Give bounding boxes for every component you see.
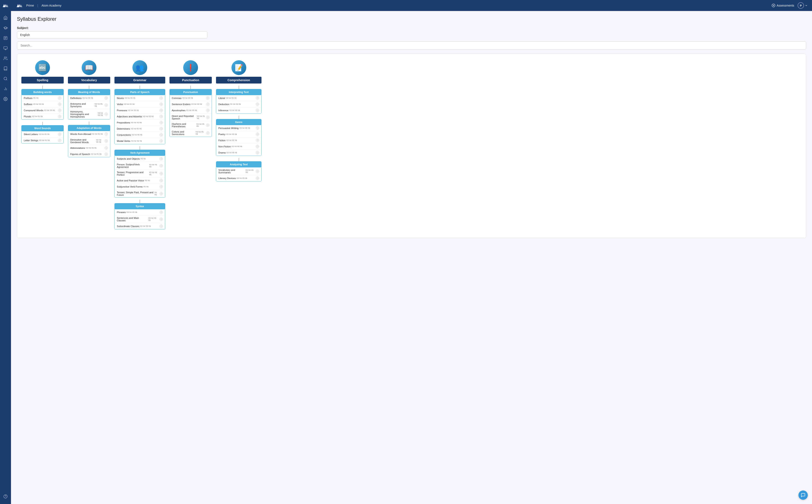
list-item[interactable]: PoetryY3 Y4 Y5 Y6ⓘ <box>216 131 261 137</box>
info-icon[interactable]: ⓘ <box>159 185 163 188</box>
chat-bubble[interactable] <box>798 490 808 500</box>
info-icon[interactable]: ⓘ <box>104 146 108 150</box>
list-item[interactable]: Antonyms and SynonymsY3 Y4 Y5 Y6ⓘ <box>68 101 110 109</box>
vocabulary-title[interactable]: Vocabulary <box>68 77 110 84</box>
info-icon[interactable]: ⓘ <box>104 152 108 156</box>
info-icon[interactable]: ⓘ <box>159 172 163 175</box>
section-header-punctuation-0[interactable]: Punctuation <box>170 89 212 95</box>
info-icon[interactable]: ⓘ <box>104 112 108 116</box>
info-icon[interactable]: ⓘ <box>256 133 259 136</box>
list-item[interactable]: Words from AbroadY3 Y4 Y5 Y6ⓘ <box>68 131 110 137</box>
info-icon[interactable]: ⓘ <box>256 151 259 154</box>
list-item[interactable]: LiteralY3 Y4 Y5 Y6ⓘ <box>216 95 261 101</box>
info-icon[interactable]: ⓘ <box>159 225 163 228</box>
list-item[interactable]: PrefixesY5 Y6ⓘ <box>22 95 63 101</box>
list-item[interactable]: PronounsY3 Y4 Y5 Y6ⓘ <box>115 107 165 113</box>
section-header-grammar-2[interactable]: Syntax <box>115 203 165 209</box>
section-header-grammar-1[interactable]: Verb Agreement <box>115 150 165 156</box>
list-item[interactable]: Colons and SemicolonsY3 Y4 Y5 Y6ⓘ <box>170 129 212 137</box>
subject-select[interactable]: English Maths Science <box>17 31 208 38</box>
list-item[interactable]: PluralsY3 Y4 Y5 Y6ⓘ <box>22 113 63 119</box>
info-icon[interactable]: ⓘ <box>256 139 259 142</box>
info-icon[interactable]: ⓘ <box>58 96 61 100</box>
list-item[interactable]: Silent LettersY3 Y4 Y5 Y6ⓘ <box>22 131 63 137</box>
list-item[interactable]: Vocabulary and SummariesY3 Y4 Y5 Y6ⓘ <box>216 167 261 175</box>
list-item[interactable]: Diminutive and Gendered WordsY3 Y4 Y5 Y6… <box>68 137 110 145</box>
info-icon[interactable]: ⓘ <box>159 121 163 124</box>
info-icon[interactable]: ⓘ <box>206 116 210 119</box>
info-icon[interactable]: ⓘ <box>256 177 259 180</box>
section-header-comprehension-2[interactable]: Analysing Text <box>216 162 261 167</box>
info-icon[interactable]: ⓘ <box>159 109 163 112</box>
info-icon[interactable]: ⓘ <box>58 133 61 136</box>
list-item[interactable]: Subjects and ObjectsY5 Y6ⓘ <box>115 156 165 162</box>
comprehension-title[interactable]: Comprehension <box>216 77 262 84</box>
list-item[interactable]: VerbsY3 Y4 Y5 Y6ⓘ <box>115 101 165 107</box>
list-item[interactable]: Subordinate ClausesY3 Y4 Y5 Y6ⓘ <box>115 223 165 229</box>
info-icon[interactable]: ⓘ <box>159 179 163 182</box>
info-icon[interactable]: ⓘ <box>206 123 210 127</box>
sidebar-item-home[interactable] <box>0 13 11 22</box>
list-item[interactable]: AbbreviationsY3 Y4 Y5 Y6ⓘ <box>68 145 110 151</box>
list-item[interactable]: Literary DevicesY3 Y4 Y5 Y6ⓘ <box>216 175 261 181</box>
info-icon[interactable]: ⓘ <box>256 109 259 112</box>
info-icon[interactable]: ⓘ <box>256 96 259 100</box>
list-item[interactable]: PhrasesY3 Y4 Y5 Y6ⓘ <box>115 209 165 215</box>
assessments-button[interactable]: Assessments <box>772 4 794 7</box>
sidebar-item-analytics[interactable] <box>0 84 11 93</box>
list-item[interactable]: Tenses: Progressive and PerfectY3 Y4 Y5 … <box>115 170 165 177</box>
list-item[interactable]: PrepositionsY3 Y4 Y5 Y6ⓘ <box>115 119 165 126</box>
info-icon[interactable]: ⓘ <box>159 127 163 130</box>
sidebar-item-documents[interactable] <box>0 33 11 43</box>
info-icon[interactable]: ⓘ <box>256 126 259 130</box>
list-item[interactable]: NounsY3 Y4 Y5 Y6ⓘ <box>115 95 165 101</box>
user-menu[interactable]: P <box>798 2 808 9</box>
list-item[interactable]: Modal VerbsY3 Y4 Y5 Y6ⓘ <box>115 138 165 144</box>
spelling-title[interactable]: Spelling <box>21 77 64 84</box>
list-item[interactable]: Homonyms, Homographs and HomophonesY3 Y4… <box>68 109 110 119</box>
sidebar-item-search[interactable] <box>0 74 11 83</box>
list-item[interactable]: DeductionY3 Y4 Y5 Y6ⓘ <box>216 101 261 107</box>
list-item[interactable]: ApostrophesY3 Y4 Y5 Y6ⓘ <box>170 107 212 113</box>
list-item[interactable]: Person: Subject/Verb AgreementY3 Y4 Y5 Y… <box>115 162 165 170</box>
info-icon[interactable]: ⓘ <box>206 96 210 100</box>
info-icon[interactable]: ⓘ <box>159 192 163 195</box>
list-item[interactable]: DefinitionsY3 Y4 Y5 Y6ⓘ <box>68 95 110 101</box>
sidebar-item-users[interactable] <box>0 54 11 63</box>
info-icon[interactable]: ⓘ <box>58 139 61 142</box>
list-item[interactable]: CommasY3 Y4 Y5 Y6ⓘ <box>170 95 212 101</box>
section-header-vocabulary-0[interactable]: Meaning of Words <box>68 89 110 95</box>
info-icon[interactable]: ⓘ <box>206 109 210 112</box>
info-icon[interactable]: ⓘ <box>256 103 259 106</box>
section-header-comprehension-0[interactable]: Interpreting Text <box>216 89 261 95</box>
info-icon[interactable]: ⓘ <box>206 131 210 135</box>
section-header-comprehension-1[interactable]: Genre <box>216 119 261 125</box>
info-icon[interactable]: ⓘ <box>256 145 259 148</box>
list-item[interactable]: Figures of SpeechY3 Y4 Y5 Y6ⓘ <box>68 151 110 157</box>
list-item[interactable]: Tenses: Simple Past, Present and FutureY… <box>115 190 165 197</box>
list-item[interactable]: Sentence EndersY3 Y4 Y5 Y6ⓘ <box>170 101 212 107</box>
list-item[interactable]: DramaY3 Y4 Y5 Y6ⓘ <box>216 149 261 156</box>
section-header-spelling-0[interactable]: Building words <box>22 89 63 95</box>
info-icon[interactable]: ⓘ <box>159 164 163 167</box>
info-icon[interactable]: ⓘ <box>159 139 163 143</box>
info-icon[interactable]: ⓘ <box>104 103 108 107</box>
sidebar-item-help[interactable] <box>0 492 11 501</box>
search-input[interactable] <box>17 41 806 49</box>
info-icon[interactable]: ⓘ <box>159 115 163 118</box>
list-item[interactable]: Non-FictionY3 Y4 Y5 Y6ⓘ <box>216 143 261 149</box>
section-header-grammar-0[interactable]: Parts of Speech <box>115 89 165 95</box>
list-item[interactable]: DeterminersY3 Y4 Y5 Y6ⓘ <box>115 126 165 132</box>
punctuation-title[interactable]: Punctuation <box>169 77 212 84</box>
info-icon[interactable]: ⓘ <box>159 103 163 106</box>
info-icon[interactable]: ⓘ <box>58 109 61 112</box>
list-item[interactable]: Hyphens and ParenthesesY3 Y4 Y5 Y6ⓘ <box>170 121 212 129</box>
info-icon[interactable]: ⓘ <box>159 157 163 160</box>
list-item[interactable]: Adjectives and AdverbsY3 Y4 Y5 Y6ⓘ <box>115 113 165 119</box>
info-icon[interactable]: ⓘ <box>58 115 61 118</box>
list-item[interactable]: Sentences and Main ClausesY3 Y4 Y5 Y6ⓘ <box>115 215 165 223</box>
list-item[interactable]: Direct and Reported SpeechY3 Y4 Y5 Y6ⓘ <box>170 113 212 121</box>
info-icon[interactable]: ⓘ <box>104 96 108 100</box>
list-item[interactable]: InferenceY3 Y4 Y5 Y6ⓘ <box>216 107 261 113</box>
list-item[interactable]: Subjunctive Verb FormsY5 Y6ⓘ <box>115 184 165 190</box>
